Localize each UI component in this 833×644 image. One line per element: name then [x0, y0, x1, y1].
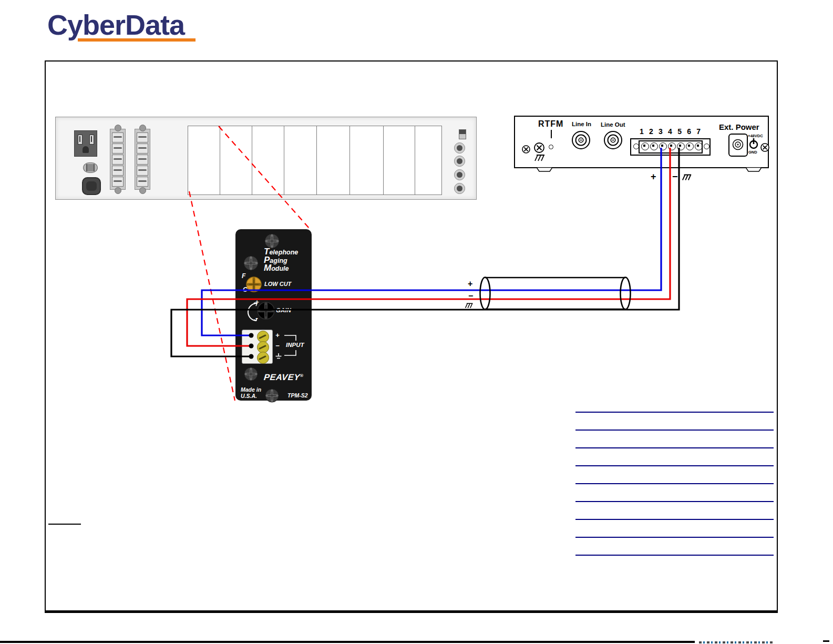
dc-jack-rings — [732, 139, 744, 150]
terminal-number: 7 — [696, 127, 701, 136]
title-rest: elephone — [269, 249, 298, 256]
power-knob — [82, 177, 101, 195]
strip-screw — [112, 166, 124, 176]
strip-tab — [115, 125, 121, 131]
ac-slot — [78, 135, 83, 145]
rtfm-pointer-line — [551, 130, 552, 138]
speaker-jack — [454, 169, 465, 180]
chassis-foot — [536, 167, 553, 172]
slot-divider — [415, 126, 415, 195]
server-minus-label: − — [672, 171, 678, 182]
terminal-block — [630, 138, 711, 156]
brand-text: PEAVEY — [263, 372, 301, 382]
terminal-number: 5 — [677, 127, 682, 136]
note-rule-line — [575, 537, 774, 538]
title-rest: aging — [270, 257, 287, 264]
footer-rule — [0, 641, 695, 643]
terminal-number: 2 — [649, 127, 653, 136]
gain-label: GAIN — [276, 307, 291, 313]
logo-text: CyberData — [47, 8, 184, 41]
slot-divider — [252, 126, 252, 195]
f-label: F — [242, 272, 245, 280]
screw-icon — [522, 145, 530, 154]
gnd-label: GND — [748, 150, 757, 155]
line-in-label: Line In — [572, 121, 591, 127]
terminal-strip — [110, 129, 126, 190]
chassis-ground-icon — [682, 173, 692, 181]
server-plus-label: + — [651, 171, 656, 182]
terminal-number: 1 — [640, 127, 644, 136]
note-rule-line — [575, 555, 774, 556]
strip-tab — [139, 125, 146, 131]
paging-server-rear-panel: RTFM Line In Line Out 1 2 3 4 5 6 7 — [514, 116, 769, 168]
switch — [459, 129, 466, 139]
note-rule-line — [575, 483, 774, 484]
earth-ground-icon — [275, 353, 282, 360]
ac-outlet — [74, 130, 97, 157]
terminal-screw — [686, 142, 694, 150]
footnote-line — [48, 524, 81, 525]
terminal-number: 6 — [687, 127, 691, 136]
note-rule-line — [575, 430, 774, 431]
chassis-foot — [745, 167, 762, 172]
title-rest: odule — [271, 265, 289, 272]
low-cut-pot — [246, 277, 262, 292]
note-rule-line — [575, 519, 774, 520]
input-terminal-block — [242, 330, 273, 364]
logo-underline — [78, 38, 196, 42]
ac-slot — [89, 135, 94, 145]
strip-screw — [112, 155, 124, 165]
line-out-label: Line Out — [601, 121, 625, 128]
terminal-screw — [695, 142, 703, 150]
made-in-line2: U.S.A. — [241, 393, 261, 400]
phillips-screw-icon — [244, 367, 258, 381]
terminal-screw — [641, 142, 649, 150]
strip-screw — [112, 144, 124, 154]
screw-icon — [760, 143, 769, 152]
chassis-ground-icon — [534, 154, 546, 162]
input-plus-label: + — [275, 331, 280, 339]
note-rule-line — [575, 412, 774, 413]
rtfm-button-hole — [549, 145, 553, 149]
footer-text-fragment — [699, 641, 773, 643]
strip-screw — [112, 132, 124, 142]
rtfm-label: RTFM — [538, 119, 563, 129]
input-screw-ground — [257, 352, 269, 364]
low-cut-label: LOW CUT — [264, 281, 291, 287]
terminal-strip — [135, 129, 150, 190]
strip-tab — [115, 187, 121, 194]
power-icon — [749, 138, 758, 149]
terminal-number: 4 — [668, 127, 672, 136]
gain-knob — [257, 302, 275, 320]
note-rule-line — [575, 501, 774, 502]
speaker-jack — [454, 156, 465, 167]
terminal-number-row: 1 2 3 4 5 6 7 — [640, 127, 701, 136]
phillips-screw-icon — [265, 389, 279, 403]
model-label: TPM-S2 — [287, 392, 308, 398]
speaker-jack — [454, 183, 465, 194]
strip-screw — [137, 144, 148, 154]
cyberdata-logo: CyberData — [47, 8, 184, 41]
terminal-number: 3 — [659, 127, 663, 136]
chassis-ground-icon — [465, 302, 474, 309]
rca-jack-icon — [603, 130, 623, 150]
speaker-jack — [454, 142, 465, 154]
title-initial: M — [264, 263, 271, 273]
mounting-hole — [633, 144, 639, 149]
strip-screw — [137, 132, 148, 142]
note-rule-line — [575, 465, 774, 466]
strip-screw — [137, 155, 148, 165]
screw-icon — [534, 142, 544, 153]
slot-divider — [349, 126, 350, 195]
module-slot-bay — [188, 126, 442, 195]
strip-tab — [139, 187, 146, 194]
manual-page: CyberData — [0, 0, 833, 644]
phillips-screw-icon — [243, 255, 259, 271]
slot-divider — [284, 126, 284, 195]
strip-screw — [137, 166, 148, 176]
fuse-holder — [83, 162, 98, 173]
cable-plus-label: + — [468, 279, 472, 289]
dc-power-jack — [728, 134, 748, 157]
mounting-hole — [704, 144, 709, 149]
slot-divider — [383, 126, 384, 195]
